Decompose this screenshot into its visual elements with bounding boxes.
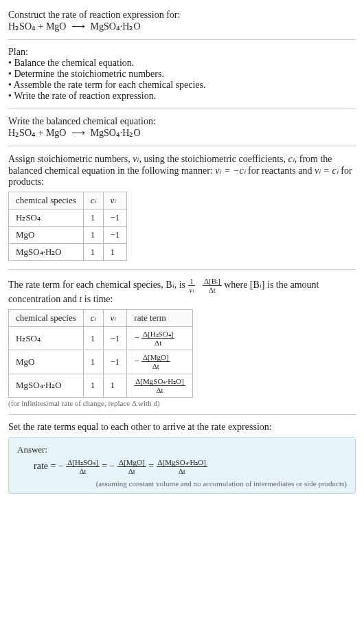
one-over-nu-fraction: 1 νᵢ — [188, 277, 196, 294]
col-nui: νᵢ — [103, 192, 127, 209]
cell-nui: −1 — [103, 209, 127, 227]
fraction-numerator: Δ[Bᵢ] — [203, 277, 222, 286]
cell-ci: 1 — [83, 327, 103, 350]
cell-ci: 1 — [83, 244, 103, 261]
rate-fraction: Δ[MgSO₄·H₂O] Δt — [134, 377, 185, 394]
ci-header: cᵢ — [91, 195, 96, 205]
cell-rate-term: Δ[MgSO₄·H₂O] Δt — [127, 374, 192, 397]
rate-word: rate — [34, 461, 48, 471]
sign: − — [134, 332, 139, 343]
fraction-numerator: Δ[MgO] — [141, 353, 170, 362]
plan-item: • Determine the stoichiometric numbers. — [8, 69, 356, 80]
infinitesimal-note: (for infinitesimal rate of change, repla… — [8, 399, 356, 407]
rate-term-table: chemical species cᵢ νᵢ rate term H₂SO₄ 1… — [8, 309, 193, 398]
plus-sign: + — [36, 128, 46, 138]
fraction-denominator: Δt — [117, 467, 146, 475]
fraction-numerator: Δ[H₂SO₄] — [66, 458, 99, 467]
equals-sign: = — [50, 461, 58, 471]
cell-species: H₂SO₄ — [9, 209, 84, 227]
rate-term-section: The rate term for each chemical species,… — [8, 273, 356, 411]
cell-species: H₂SO₄ — [9, 327, 84, 350]
product-1: MgSO₄·H₂O — [90, 21, 140, 32]
table-row: MgSO₄·H₂O 1 1 Δ[MgSO₄·H₂O] Δt — [9, 374, 193, 397]
cell-ci: 1 — [83, 209, 103, 227]
plan-item: • Assemble the rate term for each chemic… — [8, 80, 356, 91]
reactant-2: MgO — [46, 21, 67, 32]
cell-ci: 1 — [83, 374, 103, 397]
cell-nui: 1 — [103, 374, 127, 397]
plan-section: Plan: • Balance the chemical equation. •… — [8, 43, 356, 106]
table-row: MgO 1 −1 − Δ[MgO] Δt — [9, 350, 193, 374]
prompt-section: Construct the rate of reaction expressio… — [8, 5, 356, 36]
fraction-denominator: Δt — [157, 467, 207, 475]
cell-species: MgSO₄·H₂O — [9, 244, 84, 261]
table-header-row: chemical species cᵢ νᵢ rate term — [9, 310, 193, 327]
target-equation: H₂SO₄ + MgO ⟶ MgSO₄·H₂O — [8, 21, 356, 32]
divider — [8, 109, 356, 109]
sign: − — [58, 461, 64, 471]
cell-nui: −1 — [103, 350, 127, 374]
reaction-arrow-icon: ⟶ — [69, 128, 88, 138]
table-row: MgO 1 −1 — [9, 227, 127, 244]
plan-item: • Write the rate of reaction expression. — [8, 91, 356, 102]
plan-label: Plan: — [8, 47, 356, 58]
col-species: chemical species — [9, 310, 84, 327]
cell-species: MgO — [9, 227, 84, 244]
rate-term-intro: The rate term for each chemical species,… — [8, 277, 356, 305]
reactant-1: H₂SO₄ — [8, 128, 36, 138]
text: for reactants and — [246, 166, 315, 176]
cell-rate-term: − Δ[H₂SO₄] Δt — [127, 327, 192, 350]
rate-fraction: Δ[MgSO₄·H₂O] Δt — [157, 458, 207, 475]
answer-note: (assuming constant volume and no accumul… — [17, 479, 347, 488]
cell-species: MgO — [9, 350, 84, 374]
col-species: chemical species — [9, 192, 84, 209]
cell-nui: −1 — [103, 327, 127, 350]
fraction-numerator: Δ[MgO] — [117, 458, 146, 467]
delta-b-over-delta-t-fraction: Δ[Bᵢ] Δt — [203, 277, 222, 294]
c-i-symbol: cᵢ — [288, 154, 295, 164]
final-section: Set the rate terms equal to each other t… — [8, 418, 356, 498]
fraction-denominator: Δt — [141, 362, 170, 370]
balanced-label: Write the balanced chemical equation: — [8, 116, 356, 127]
divider — [8, 39, 356, 40]
table-row: MgSO₄·H₂O 1 1 — [9, 244, 127, 261]
fraction-numerator: Δ[MgSO₄·H₂O] — [134, 377, 185, 386]
reaction-arrow-icon: ⟶ — [69, 21, 88, 32]
final-label: Set the rate terms equal to each other t… — [8, 422, 356, 433]
cell-nui: −1 — [103, 227, 127, 244]
stoich-intro: Assign stoichiometric numbers, νᵢ, using… — [8, 153, 356, 188]
stoich-section: Assign stoichiometric numbers, νᵢ, using… — [8, 149, 356, 266]
plus-sign: + — [36, 21, 46, 32]
nui-header: νᵢ — [111, 195, 116, 205]
sign: − — [134, 356, 139, 366]
reactant-2: MgO — [46, 128, 67, 138]
stoichiometry-table: chemical species cᵢ νᵢ H₂SO₄ 1 −1 MgO 1 … — [8, 192, 127, 261]
fraction-denominator: νᵢ — [188, 286, 196, 294]
col-nui: νᵢ — [103, 310, 127, 327]
relation-products: νᵢ = cᵢ — [315, 166, 339, 176]
rate-fraction: Δ[H₂SO₄] Δt — [66, 458, 99, 475]
nui-header: νᵢ — [111, 312, 116, 323]
cell-species: MgSO₄·H₂O — [9, 374, 84, 397]
cell-rate-term: − Δ[MgO] Δt — [127, 350, 192, 374]
divider — [8, 146, 356, 146]
sign: − — [110, 461, 115, 471]
cell-ci: 1 — [83, 350, 103, 374]
balanced-equation: H₂SO₄ + MgO ⟶ MgSO₄·H₂O — [8, 127, 356, 139]
table-header-row: chemical species cᵢ νᵢ — [9, 192, 127, 209]
equals-sign: = — [102, 461, 109, 471]
fraction-numerator: 1 — [188, 277, 196, 286]
plan-item: • Balance the chemical equation. — [8, 58, 356, 69]
text: is time: — [82, 294, 113, 304]
rate-expression: rate = − Δ[H₂SO₄] Δt = − Δ[MgO] Δt = Δ[M… — [17, 458, 347, 475]
fraction-denominator: Δt — [134, 386, 185, 394]
col-ci: cᵢ — [83, 310, 103, 327]
answer-box: Answer: rate = − Δ[H₂SO₄] Δt = − Δ[MgO] … — [8, 437, 356, 494]
reactant-1: H₂SO₄ — [8, 21, 36, 32]
text: Assign stoichiometric numbers, — [8, 154, 133, 164]
cell-ci: 1 — [83, 227, 103, 244]
text: The rate term for each chemical species,… — [8, 280, 188, 290]
answer-label: Answer: — [17, 444, 347, 455]
fraction-denominator: Δt — [203, 286, 222, 294]
cell-nui: 1 — [103, 244, 127, 261]
